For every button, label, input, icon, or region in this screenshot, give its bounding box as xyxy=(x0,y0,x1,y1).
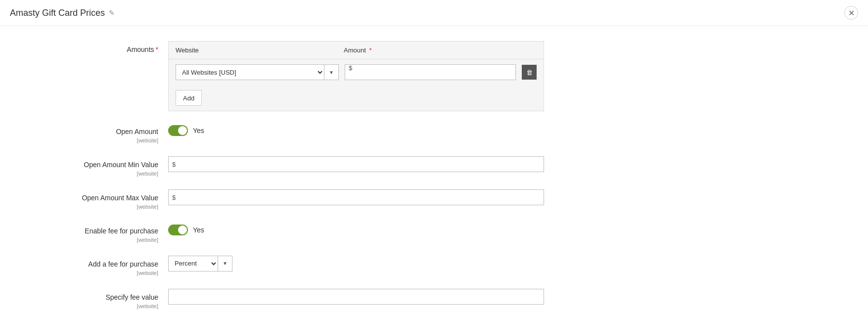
page-header: Amasty Gift Card Prices ✎ ✕ xyxy=(0,0,868,26)
open-amount-max-label: Open Amount Max Value [website] xyxy=(10,189,168,211)
amounts-label: Amounts* xyxy=(10,41,168,55)
amount-input[interactable] xyxy=(345,64,516,80)
amounts-field: Website Amount * All Websites [USD] ▼ $ xyxy=(168,41,564,111)
open-amount-toggle[interactable] xyxy=(168,125,188,136)
open-amount-min-input-wrap: $ xyxy=(168,156,544,172)
open-amount-row: Open Amount [website] Yes xyxy=(10,123,858,144)
enable-fee-field: Yes xyxy=(168,223,564,235)
amount-input-wrap: $ xyxy=(345,64,516,80)
open-amount-min-field: $ xyxy=(168,156,564,172)
enable-fee-row: Enable fee for purchase [website] Yes xyxy=(10,223,858,244)
specify-fee-input[interactable] xyxy=(168,289,544,305)
add-button[interactable]: Add xyxy=(176,90,202,106)
website-select[interactable]: All Websites [USD] xyxy=(176,64,324,80)
page-title-area: Amasty Gift Card Prices ✎ xyxy=(10,8,115,18)
open-amount-max-row: Open Amount Max Value [website] $ xyxy=(10,189,858,211)
specify-fee-label: Specify fee value [website] xyxy=(10,289,168,310)
amount-required: * xyxy=(367,46,372,54)
open-amount-min-label: Open Amount Min Value [website] xyxy=(10,156,168,178)
page-title: Amasty Gift Card Prices xyxy=(10,8,105,18)
open-amount-min-row: Open Amount Min Value [website] $ xyxy=(10,156,858,178)
enable-fee-toggle[interactable] xyxy=(168,225,188,235)
open-amount-max-input[interactable] xyxy=(168,189,544,205)
fee-select[interactable]: Percent xyxy=(168,256,218,271)
add-fee-field: Percent ▼ xyxy=(168,256,564,271)
specify-fee-row: Specify fee value [website] xyxy=(10,289,858,310)
open-amount-max-input-wrap: $ xyxy=(168,189,544,205)
amount-column-header: Amount * xyxy=(344,46,537,54)
required-asterisk: * xyxy=(156,45,158,53)
add-btn-wrap: Add xyxy=(169,85,544,111)
open-amount-field: Yes xyxy=(168,123,564,136)
website-select-wrap: All Websites [USD] ▼ xyxy=(176,64,339,80)
amounts-table: Website Amount * All Websites [USD] ▼ $ xyxy=(168,41,544,111)
delete-row-button[interactable]: 🗑 xyxy=(522,65,537,80)
main-content: Amounts* Website Amount * All Websites [… xyxy=(0,26,868,316)
open-amount-min-input[interactable] xyxy=(168,156,544,172)
enable-fee-label: Enable fee for purchase [website] xyxy=(10,223,168,244)
add-fee-label: Add a fee for purchase [website] xyxy=(10,256,168,277)
enable-fee-slider xyxy=(168,225,188,235)
enable-fee-yes-label: Yes xyxy=(193,226,204,234)
open-amount-yes-label: Yes xyxy=(193,127,204,135)
specify-fee-field xyxy=(168,289,564,305)
website-select-arrow[interactable]: ▼ xyxy=(324,64,339,80)
add-fee-row: Add a fee for purchase [website] Percent… xyxy=(10,256,858,277)
close-button[interactable]: ✕ xyxy=(844,6,858,20)
toggle-slider xyxy=(168,125,188,136)
amounts-table-header: Website Amount * xyxy=(169,42,544,59)
open-amount-max-field: $ xyxy=(168,189,564,205)
fee-select-arrow[interactable]: ▼ xyxy=(218,256,232,271)
fee-select-wrap: Percent ▼ xyxy=(168,256,564,271)
website-column-header: Website xyxy=(176,46,344,54)
enable-fee-toggle-wrap: Yes xyxy=(168,223,564,235)
open-amount-toggle-wrap: Yes xyxy=(168,123,564,136)
edit-icon[interactable]: ✎ xyxy=(109,9,115,17)
amounts-row: Amounts* Website Amount * All Websites [… xyxy=(10,41,858,111)
open-amount-label: Open Amount [website] xyxy=(10,123,168,144)
amounts-data-row: All Websites [USD] ▼ $ 🗑 xyxy=(169,59,544,85)
